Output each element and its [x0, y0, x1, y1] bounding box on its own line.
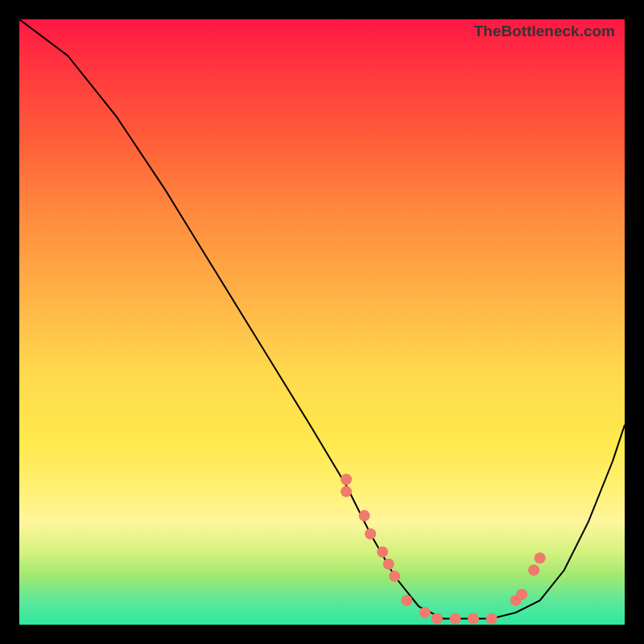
marker-dot	[341, 486, 352, 497]
marker-dot	[389, 571, 400, 582]
chart-svg	[19, 19, 625, 625]
marker-dot	[419, 607, 431, 618]
marker-dot	[449, 613, 460, 625]
plot-area: TheBottleneck.com	[19, 19, 625, 625]
bottleneck-curve	[19, 19, 625, 619]
marker-dot	[528, 564, 539, 576]
marker-dot	[383, 559, 394, 570]
marker-dot	[377, 547, 388, 558]
marker-dot	[365, 528, 376, 539]
watermark-label: TheBottleneck.com	[474, 23, 615, 40]
marker-dot	[359, 510, 370, 522]
marker-dot	[431, 613, 443, 625]
marker-group	[341, 474, 546, 625]
marker-dot	[341, 474, 352, 485]
marker-dot	[486, 613, 497, 625]
marker-dot	[401, 595, 412, 606]
marker-dot	[468, 613, 479, 625]
marker-dot	[535, 552, 546, 564]
marker-dot	[516, 588, 527, 600]
